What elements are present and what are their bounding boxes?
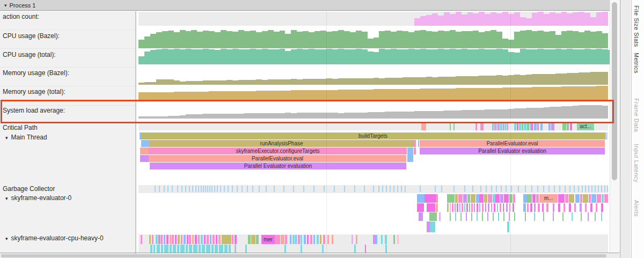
skyframe-evaluator-0-slice[interactable] [427, 203, 435, 212]
gc-event-tick[interactable] [491, 186, 492, 192]
gc-event-tick[interactable] [159, 186, 160, 192]
skyframe-evaluator-0-slice[interactable] [460, 212, 462, 221]
critical-path-slice[interactable] [524, 123, 526, 130]
skyframe-evaluator-0-slice[interactable] [580, 194, 582, 203]
gc-event-tick[interactable] [397, 186, 398, 192]
cpu-heavy-slice[interactable] [213, 235, 215, 244]
main-thread-span[interactable]: runAnalysisPhase [149, 140, 414, 147]
cpu-heavy-slice[interactable] [222, 235, 231, 244]
skyframe-evaluator-0-slice[interactable] [527, 203, 529, 212]
skyframe-evaluator-0-slice[interactable] [430, 222, 435, 232]
gc-event-tick[interactable] [283, 186, 284, 192]
gc-event-tick[interactable] [582, 186, 583, 192]
gc-event-tick[interactable] [189, 186, 190, 192]
gc-event-tick[interactable] [252, 186, 253, 192]
skyframe-evaluator-0-slice[interactable] [477, 203, 478, 212]
skyframe-evaluator-0-slice[interactable] [466, 203, 468, 212]
critical-path-slice[interactable] [496, 123, 497, 130]
skyframe-evaluator-0-slice[interactable] [564, 203, 565, 212]
gc-event-tick[interactable] [386, 186, 387, 192]
skyframe-evaluator-0-slice[interactable] [498, 212, 499, 221]
vertical-scrollbar-thumb[interactable] [612, 2, 617, 180]
skyframe-evaluator-0-slice[interactable] [500, 203, 501, 212]
gc-event-tick[interactable] [554, 186, 555, 192]
horizontal-scrollbar-thumb[interactable] [1, 254, 606, 257]
cpu-heavy-slice[interactable] [352, 235, 353, 244]
critical-path-slice[interactable] [453, 123, 455, 130]
skyframe-evaluator-0-slice[interactable] [482, 203, 484, 212]
main-thread-span[interactable]: buildTargets [141, 132, 605, 139]
skyframe-evaluator-0-slice[interactable] [469, 203, 470, 212]
skyframe-evaluator-0-slice[interactable] [558, 203, 560, 212]
critical-path-slice[interactable] [537, 123, 539, 130]
gc-event-tick[interactable] [373, 186, 374, 192]
skyframe-evaluator-0-slice[interactable] [553, 212, 554, 221]
skyframe-evaluator-0-slice[interactable] [447, 194, 455, 203]
gc-event-tick[interactable] [177, 186, 178, 192]
cpu-heavy-slice[interactable] [304, 235, 306, 244]
main-thread-span[interactable]: ParallelEvaluator.eval [149, 155, 406, 162]
cpu-heavy-slice[interactable] [235, 235, 237, 244]
critical-path-slice[interactable] [492, 123, 494, 130]
skyframe-evaluator-0-slice[interactable] [458, 194, 463, 203]
cpu-heavy-slice[interactable] [301, 245, 302, 253]
gc-event-tick[interactable] [420, 186, 421, 192]
cpu-heavy-slice[interactable] [385, 245, 387, 253]
skyframe-evaluator-0-slice[interactable] [463, 194, 467, 203]
gc-event-tick[interactable] [195, 186, 196, 192]
skyframe-evaluator-0-slice[interactable] [488, 194, 492, 203]
cpu-heavy-slice[interactable] [187, 235, 188, 244]
cpu-heavy-slice[interactable] [172, 235, 174, 244]
gc-event-tick[interactable] [595, 186, 596, 192]
skyframe-evaluator-0-slice[interactable] [477, 212, 478, 221]
gc-event-tick[interactable] [453, 186, 455, 192]
gc-event-tick[interactable] [401, 186, 402, 192]
cpu-heavy-slice[interactable] [207, 235, 209, 244]
skyframe-evaluator-0-slice[interactable] [500, 194, 503, 203]
cpu-heavy-slice[interactable] [181, 235, 182, 244]
skyframe-evaluator-0-slice[interactable] [581, 212, 582, 221]
skyframe-evaluator-0-slice[interactable] [513, 194, 515, 203]
skyframe-evaluator-0-slice[interactable] [471, 212, 472, 221]
skyframe-evaluator-0-slice[interactable] [602, 194, 604, 203]
cpu-heavy-slice[interactable] [158, 235, 160, 244]
gc-event-tick[interactable] [344, 186, 345, 192]
skyframe-evaluator-0-slice[interactable] [471, 203, 473, 212]
expand-arrow-icon[interactable]: ▾ [5, 196, 8, 201]
cpu-heavy-slice[interactable] [224, 245, 228, 253]
cpu-heavy-slice[interactable] [376, 235, 377, 244]
cpu-heavy-slice[interactable] [202, 245, 205, 253]
skyframe-evaluator-0-slice[interactable] [457, 203, 458, 212]
skyframe-evaluator-0-slice[interactable] [484, 194, 487, 203]
skyframe-evaluator-0-slice[interactable] [591, 194, 596, 203]
skyframe-evaluator-0-slice[interactable] [507, 222, 509, 232]
gc-event-tick[interactable] [198, 186, 199, 192]
gc-event-tick[interactable] [203, 186, 204, 192]
critical-path-slice[interactable] [450, 123, 451, 130]
skyframe-evaluator-0-slice[interactable] [455, 203, 456, 212]
cpu-heavy-slice[interactable] [198, 235, 200, 244]
cpu-heavy-slice[interactable] [320, 235, 321, 244]
critical-path-slice[interactable] [505, 123, 507, 130]
gc-event-tick[interactable] [393, 186, 394, 192]
skyframe-evaluator-0-slice[interactable] [447, 203, 449, 212]
skyframe-evaluator-0-slice[interactable] [455, 212, 456, 221]
cpu-heavy-slice[interactable] [204, 235, 206, 244]
gc-event-tick[interactable] [506, 186, 507, 192]
cpu-heavy-slice[interactable] [295, 235, 297, 244]
cpu-heavy-slice[interactable] [256, 235, 259, 244]
skyframe-evaluator-0-slice[interactable] [503, 212, 504, 221]
skyframe-evaluator-0-slice[interactable] [534, 212, 535, 221]
critical-path-slice[interactable] [567, 123, 569, 130]
skyframe-evaluator-0-slice[interactable] [450, 203, 451, 212]
cpu-heavy-slice[interactable] [323, 235, 325, 244]
cpu-heavy-slice[interactable] [186, 245, 188, 253]
gc-event-tick[interactable] [486, 186, 487, 192]
cpu-heavy-slice[interactable] [206, 245, 210, 253]
gc-event-tick[interactable] [266, 186, 267, 192]
gc-event-tick[interactable] [201, 186, 202, 192]
cpu-heavy-slice[interactable] [327, 235, 329, 244]
cpu-heavy-slice[interactable] [381, 235, 383, 244]
skyframe-evaluator-0-slice[interactable] [583, 194, 588, 203]
gc-event-tick[interactable] [574, 186, 575, 192]
